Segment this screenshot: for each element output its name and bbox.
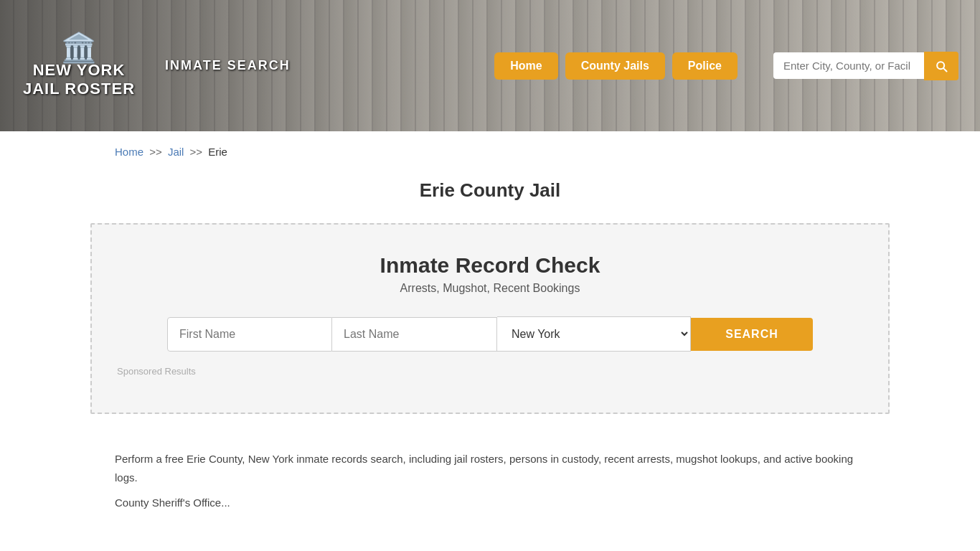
logo-line2: JAIL ROSTER [23,80,135,98]
description-text1: Perform a free Erie County, New York inm… [115,450,865,486]
site-logo[interactable]: 🏛️ NEW YORK JAIL ROSTER [22,33,136,98]
description-area: Perform a free Erie County, New York inm… [0,435,980,534]
breadcrumb-sep1: >> [149,146,162,158]
logo-icon: 🏛️ [61,33,97,62]
header-banner: 🏛️ NEW YORK JAIL ROSTER INMATE SEARCH Ho… [0,0,980,131]
nav-home-button[interactable]: Home [494,52,557,80]
page-title: Erie County Jail [0,179,980,202]
description-text2: County Sheriff's Office... [115,494,865,512]
logo-line1: NEW YORK [33,62,126,79]
nav-county-jails-button[interactable]: County Jails [565,52,665,80]
header-search [773,52,958,80]
first-name-input[interactable] [167,317,332,352]
record-check-subtitle: Arrests, Mugshot, Recent Bookings [113,282,867,295]
header-search-button[interactable] [924,52,958,80]
search-icon [934,59,948,73]
nav-police-button[interactable]: Police [672,52,738,80]
breadcrumb-sep2: >> [190,146,203,158]
breadcrumb-current: Erie [208,146,227,158]
inmate-search-label: INMATE SEARCH [165,58,291,73]
breadcrumb-home[interactable]: Home [115,146,143,158]
breadcrumb: Home >> Jail >> Erie [0,131,980,165]
search-button[interactable]: SEARCH [691,318,813,351]
last-name-input[interactable] [332,317,497,352]
breadcrumb-jail[interactable]: Jail [168,146,184,158]
header-content: 🏛️ NEW YORK JAIL ROSTER INMATE SEARCH Ho… [0,0,980,131]
header-search-input[interactable] [773,52,924,79]
record-check-box: Inmate Record Check Arrests, Mugshot, Re… [90,223,890,414]
state-select[interactable]: AlabamaAlaskaArizonaArkansasCaliforniaCo… [497,316,691,352]
search-form-row: AlabamaAlaskaArizonaArkansasCaliforniaCo… [113,316,867,352]
sponsored-label: Sponsored Results [113,366,867,377]
record-check-title: Inmate Record Check [113,253,867,278]
nav-links: Home County Jails Police [494,52,738,80]
